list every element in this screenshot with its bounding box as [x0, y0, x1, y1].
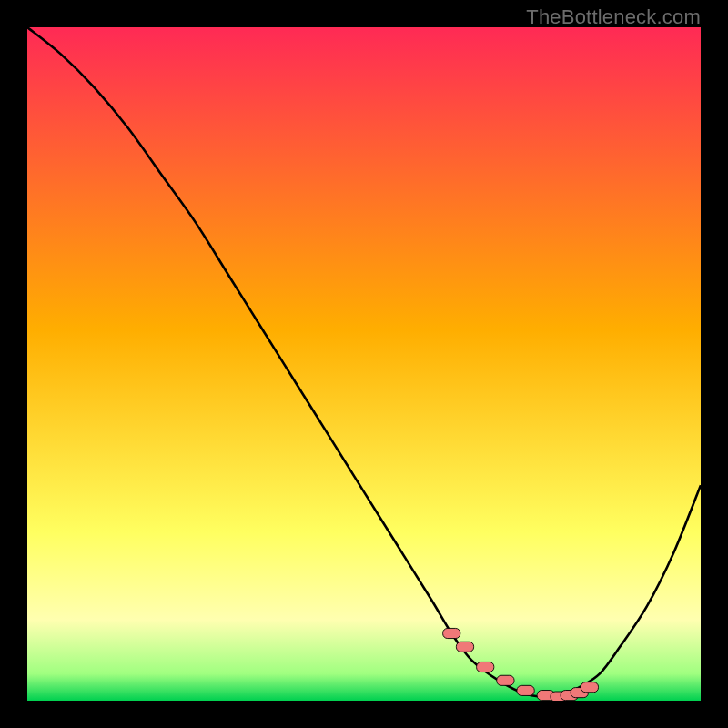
curve-marker	[581, 682, 598, 693]
curve-marker	[477, 662, 494, 672]
curve-marker	[443, 628, 460, 638]
chart-frame: TheBottleneck.com	[0, 0, 728, 728]
chart-svg	[27, 27, 701, 701]
curve-marker	[517, 685, 534, 695]
bottom-markers-group	[443, 628, 599, 701]
watermark-text: TheBottleneck.com	[526, 5, 701, 29]
plot-area	[27, 27, 701, 701]
curve-marker	[456, 642, 473, 652]
curve-marker	[497, 675, 514, 685]
bottleneck-curve	[27, 27, 701, 697]
